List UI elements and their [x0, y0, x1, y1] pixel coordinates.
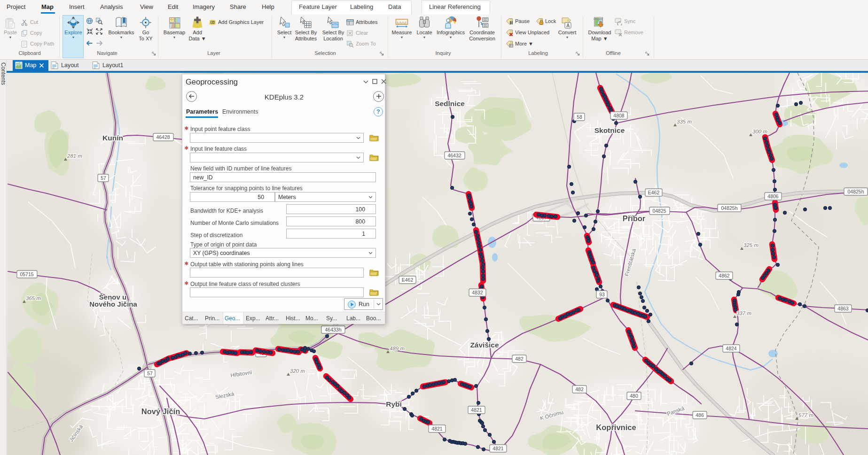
svg-text:320 m: 320 m: [290, 368, 305, 374]
svg-text:04825h: 04825h: [847, 189, 864, 194]
svg-text:480: 480: [630, 393, 638, 399]
svg-text:46432: 46432: [447, 153, 461, 158]
svg-text:Rybí: Rybí: [386, 400, 402, 408]
svg-text:Závišice: Závišice: [470, 341, 499, 349]
svg-text:335 m: 335 m: [677, 119, 692, 124]
svg-text:4832: 4832: [472, 290, 483, 295]
svg-text:300 m: 300 m: [752, 129, 767, 134]
svg-text:E462: E462: [402, 277, 414, 283]
svg-text:05715: 05715: [20, 271, 33, 277]
svg-text:04825h: 04825h: [721, 205, 737, 211]
svg-text:489 m: 489 m: [390, 346, 405, 351]
svg-text:04825: 04825: [652, 208, 666, 214]
svg-text:4806: 4806: [767, 193, 779, 199]
svg-text:325 m: 325 m: [743, 242, 759, 248]
svg-text:57: 57: [101, 175, 106, 181]
svg-text:Kopřivnice: Kopřivnice: [596, 423, 636, 432]
svg-text:46433h: 46433h: [325, 327, 341, 332]
svg-text:Skotnice: Skotnice: [594, 126, 625, 134]
svg-text:577 m: 577 m: [798, 412, 813, 418]
svg-text:Nový Jičín: Nový Jičín: [141, 407, 180, 416]
svg-text:482: 482: [515, 356, 524, 362]
svg-text:57: 57: [147, 370, 153, 376]
svg-text:482: 482: [575, 386, 584, 392]
svg-text:93: 93: [599, 292, 605, 297]
svg-text:281 m: 281 m: [67, 153, 82, 159]
svg-text:Sedlnice: Sedlnice: [435, 100, 465, 108]
svg-text:4808: 4808: [613, 113, 625, 118]
svg-text:Nového Jičína: Nového Jičína: [89, 300, 137, 308]
svg-text:46428: 46428: [156, 134, 170, 140]
svg-text:4821: 4821: [431, 426, 443, 432]
svg-text:E462: E462: [648, 190, 660, 195]
svg-text:Příbor: Příbor: [623, 214, 646, 223]
svg-text:Kunín: Kunín: [102, 134, 123, 142]
svg-text:4862: 4862: [719, 273, 730, 278]
svg-text:A: A: [566, 23, 570, 28]
svg-text:58: 58: [577, 114, 582, 120]
svg-text:4863: 4863: [837, 306, 849, 311]
svg-text:4821: 4821: [493, 446, 504, 451]
svg-text:365 m: 365 m: [26, 295, 41, 301]
svg-text:486: 486: [696, 412, 704, 418]
svg-text:4821: 4821: [471, 407, 482, 413]
svg-text:337 m: 337 m: [736, 310, 751, 316]
svg-text:4824: 4824: [726, 346, 737, 351]
